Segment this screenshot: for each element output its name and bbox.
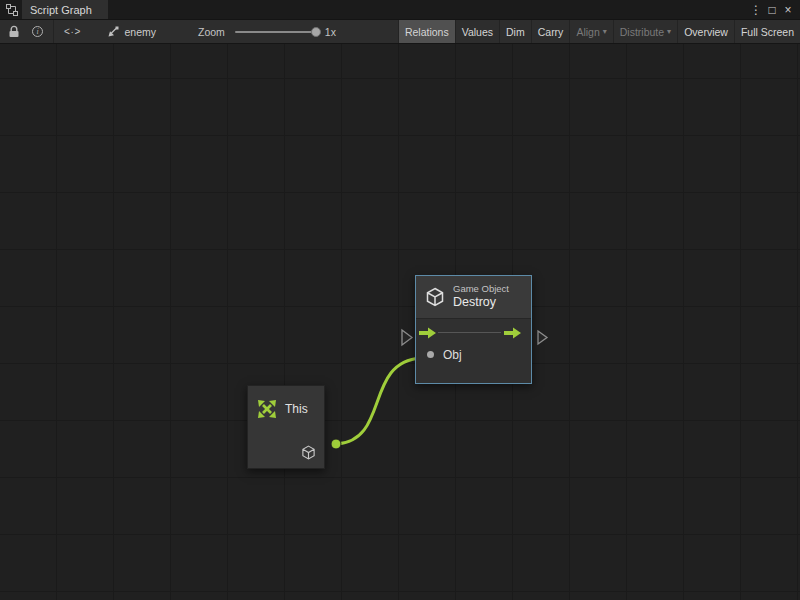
destroy-flow-row <box>416 319 531 347</box>
code-view-icon[interactable]: <∙> <box>64 26 81 37</box>
script-graph-icon <box>0 0 22 19</box>
kebab-menu-icon[interactable]: ⋮ <box>748 3 764 17</box>
this-move-icon <box>257 399 277 419</box>
toolbar-divider <box>53 20 54 43</box>
distribute-label: Distribute <box>620 26 664 38</box>
chevron-down-icon: ▾ <box>667 28 671 36</box>
zoom-slider-handle[interactable] <box>311 27 321 37</box>
flow-output-arrow-icon[interactable] <box>504 327 522 339</box>
align-button: Align ▾ <box>569 20 612 43</box>
destroy-control-output-port[interactable] <box>538 331 547 344</box>
maximize-icon[interactable]: □ <box>764 3 780 17</box>
destroy-node-title: Destroy <box>453 295 509 311</box>
relations-button[interactable]: Relations <box>398 20 455 43</box>
tab-script-graph[interactable]: Script Graph <box>22 0 108 19</box>
destroy-control-input-port[interactable] <box>402 330 412 345</box>
graph-name-label: enemy <box>124 26 156 38</box>
obj-port-label: Obj <box>443 348 462 362</box>
flow-input-arrow-icon[interactable] <box>419 327 437 339</box>
game-object-cube-icon <box>425 287 445 307</box>
title-bar: Script Graph ⋮ □ × <box>0 0 800 20</box>
connection-wire[interactable] <box>337 358 421 444</box>
values-button[interactable]: Values <box>455 20 499 43</box>
graph-toolbar: i <∙> enemy Zoom 1x Relations Values Dim… <box>0 20 800 44</box>
this-node[interactable]: This <box>247 385 325 469</box>
this-output-port[interactable] <box>331 439 341 449</box>
info-icon[interactable]: i <box>32 26 43 37</box>
close-icon[interactable]: × <box>780 3 796 17</box>
graph-pointer-icon <box>107 26 119 38</box>
destroy-node-header: Game Object Destroy <box>416 276 531 319</box>
destroy-node[interactable]: Game Object Destroy Obj <box>415 275 532 384</box>
distribute-button: Distribute ▾ <box>613 20 677 43</box>
graph-canvas[interactable]: This Game Object Destroy <box>0 44 800 600</box>
obj-input-port[interactable] <box>427 351 434 358</box>
toolbar-buttons: Relations Values Dim Carry Align ▾ Distr… <box>398 20 800 43</box>
dim-button[interactable]: Dim <box>499 20 531 43</box>
destroy-obj-row: Obj <box>416 347 531 362</box>
this-node-title: This <box>285 402 308 416</box>
connections-layer <box>0 44 800 600</box>
carry-button[interactable]: Carry <box>531 20 570 43</box>
zoom-label: Zoom <box>198 26 225 38</box>
full-screen-button[interactable]: Full Screen <box>734 20 800 43</box>
zoom-value: 1x <box>325 26 336 38</box>
graph-breadcrumb[interactable]: enemy <box>107 26 156 38</box>
align-label: Align <box>576 26 599 38</box>
lock-icon[interactable] <box>8 25 20 38</box>
chevron-down-icon: ▾ <box>603 28 607 36</box>
destroy-node-category: Game Object <box>453 283 509 295</box>
game-object-cube-icon <box>301 445 316 460</box>
flow-relation-line <box>438 332 501 333</box>
overview-button[interactable]: Overview <box>677 20 734 43</box>
zoom-slider[interactable] <box>235 31 317 33</box>
tab-title: Script Graph <box>30 4 92 16</box>
